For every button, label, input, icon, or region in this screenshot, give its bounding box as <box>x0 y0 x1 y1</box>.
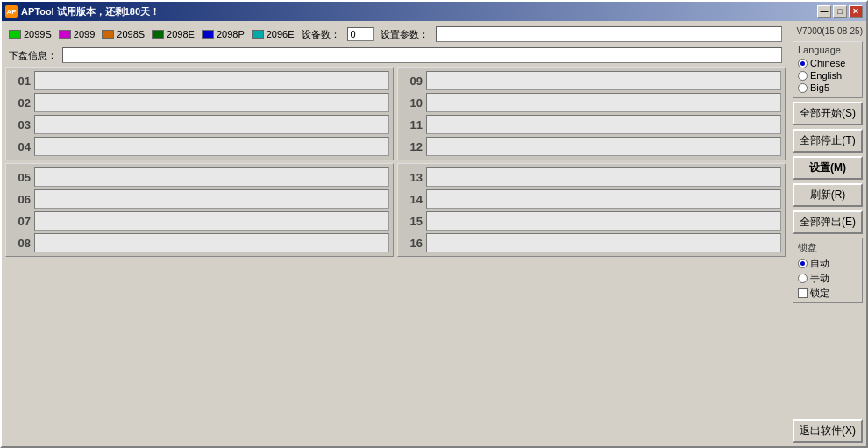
refresh-button[interactable]: 刷新(R) <box>793 183 863 207</box>
legend-2099: 2099 <box>59 29 95 39</box>
device-count-input[interactable] <box>347 27 374 41</box>
settings-button[interactable]: 设置(M) <box>793 156 863 180</box>
slot-input-01[interactable] <box>34 71 389 90</box>
eject-all-button[interactable]: 全部弹出(E) <box>793 210 863 234</box>
slot-row-16: 16 <box>402 233 781 252</box>
start-all-button[interactable]: 全部开始(S) <box>793 102 863 125</box>
left-column: 01 02 03 04 <box>5 67 394 443</box>
slot-number-10: 10 <box>402 96 423 110</box>
legend-2099s: 2099S <box>9 29 52 39</box>
slot-input-05[interactable] <box>34 167 389 187</box>
legend-2098s: 2098S <box>102 29 145 39</box>
slot-number-06: 06 <box>10 193 31 206</box>
legend-color-2099 <box>59 30 71 39</box>
slot-number-12: 12 <box>402 140 423 153</box>
window-title: APTool 试用版本，还剩180天！ <box>21 5 160 18</box>
slot-row-02: 02 <box>10 93 389 112</box>
slot-number-08: 08 <box>10 237 31 250</box>
legend-label-2099s: 2099S <box>24 29 52 39</box>
slot-input-06[interactable] <box>34 189 389 209</box>
slot-row-11: 11 <box>402 115 781 134</box>
slot-input-10[interactable] <box>426 93 781 112</box>
slot-row-15: 15 <box>402 211 781 231</box>
radio-circle-english <box>798 71 808 81</box>
slot-number-04: 04 <box>10 140 31 153</box>
device-count-label: 设备数： <box>302 28 340 41</box>
legend-label-2098s: 2098S <box>117 29 145 39</box>
params-input[interactable] <box>436 26 782 42</box>
lock-checkbox-label: 锁定 <box>810 287 829 300</box>
info-input[interactable] <box>62 47 782 63</box>
slot-input-08[interactable] <box>34 233 389 252</box>
main-window: AP APTool 试用版本，还剩180天！ — □ ✕ 2099S 2099 <box>0 0 868 448</box>
language-group-title: Language <box>798 45 857 55</box>
legend-2096e: 2096E <box>252 29 295 39</box>
legend-label-2099: 2099 <box>74 29 95 39</box>
slot-row-13: 13 <box>402 167 781 187</box>
version-text: V7000(15-08-25) <box>793 25 863 38</box>
slot-number-11: 11 <box>402 118 423 132</box>
slot-input-04[interactable] <box>34 137 389 156</box>
radio-auto[interactable]: 自动 <box>798 257 857 270</box>
main-area: 2099S 2099 2098S 2098E 2098P <box>2 21 789 446</box>
radio-label-chinese: Chinese <box>810 58 845 68</box>
radio-label-english: English <box>810 70 842 81</box>
radio-chinese[interactable]: Chinese <box>798 58 857 68</box>
slots-container: 01 02 03 04 <box>5 67 786 443</box>
slot-row-08: 08 <box>10 233 389 252</box>
exit-button[interactable]: 退出软件(X) <box>793 419 863 443</box>
left-group-1: 01 02 03 04 <box>5 67 394 160</box>
slot-input-13[interactable] <box>426 167 781 187</box>
legend-color-2096e <box>252 30 264 39</box>
title-bar: AP APTool 试用版本，还剩180天！ — □ ✕ <box>2 2 866 21</box>
slot-row-07: 07 <box>10 211 389 231</box>
slot-number-15: 15 <box>402 215 423 228</box>
slot-number-16: 16 <box>402 237 423 250</box>
slot-number-14: 14 <box>402 193 423 206</box>
right-column: 09 10 11 12 <box>397 67 786 443</box>
minimize-button[interactable]: — <box>817 5 831 18</box>
slot-number-03: 03 <box>10 118 31 132</box>
slot-row-04: 04 <box>10 137 389 156</box>
slot-input-11[interactable] <box>426 115 781 134</box>
radio-circle-auto <box>798 259 808 268</box>
legend-color-2098e <box>152 30 164 39</box>
lock-checkbox-item[interactable]: 锁定 <box>798 287 857 300</box>
radio-circle-big5 <box>798 83 808 93</box>
slot-number-02: 02 <box>10 96 31 110</box>
radio-circle-manual <box>798 274 808 283</box>
legend-color-2099s <box>9 30 21 39</box>
slot-input-09[interactable] <box>426 71 781 90</box>
top-bar: 2099S 2099 2098S 2098E 2098P <box>5 25 786 44</box>
radio-big5[interactable]: Big5 <box>798 82 857 93</box>
slot-row-06: 06 <box>10 189 389 209</box>
lock-group-title: 锁盘 <box>798 241 857 254</box>
slot-row-03: 03 <box>10 115 389 134</box>
radio-english[interactable]: English <box>798 70 857 81</box>
lock-checkbox[interactable] <box>798 288 808 298</box>
maximize-button[interactable]: □ <box>833 5 847 18</box>
close-button[interactable]: ✕ <box>849 5 863 18</box>
radio-manual[interactable]: 手动 <box>798 272 857 285</box>
stop-all-button[interactable]: 全部停止(T) <box>793 129 863 153</box>
left-group-2: 05 06 07 08 <box>5 163 394 257</box>
slot-row-14: 14 <box>402 189 781 209</box>
slot-input-03[interactable] <box>34 115 389 134</box>
radio-label-big5: Big5 <box>810 82 829 93</box>
slot-input-02[interactable] <box>34 93 389 112</box>
params-label: 设置参数： <box>381 28 429 41</box>
legend-label-2096e: 2096E <box>267 29 295 39</box>
slot-input-12[interactable] <box>426 137 781 156</box>
slot-input-14[interactable] <box>426 189 781 209</box>
slot-row-10: 10 <box>402 93 781 112</box>
slot-input-15[interactable] <box>426 211 781 231</box>
legend-2098p: 2098P <box>202 29 245 39</box>
legend-2098e: 2098E <box>152 29 195 39</box>
slot-input-16[interactable] <box>426 233 781 252</box>
slot-input-07[interactable] <box>34 211 389 231</box>
slot-row-09: 09 <box>402 71 781 90</box>
legend-label-2098p: 2098P <box>217 29 245 39</box>
radio-label-auto: 自动 <box>810 257 829 270</box>
legend-color-2098s <box>102 30 114 39</box>
radio-circle-chinese <box>798 59 808 68</box>
